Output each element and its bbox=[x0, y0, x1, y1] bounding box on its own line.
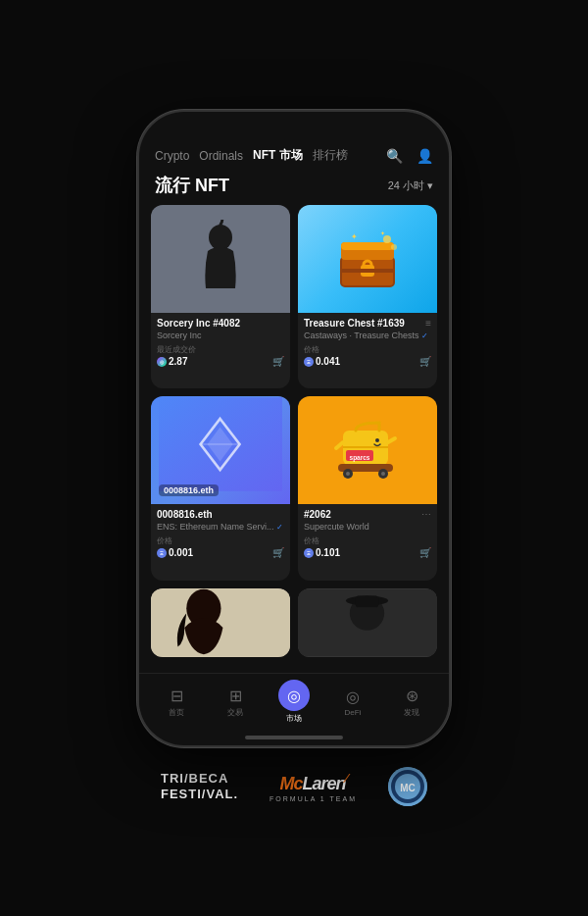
nft-collection-2: Castaways · Treasure Chests ✓ bbox=[304, 331, 431, 340]
screen-content: Crypto Ordinals NFT 市场 排行榜 🔍 👤 流行 NFT 24… bbox=[139, 112, 449, 745]
nft-image-2: ✦ ✦ bbox=[298, 205, 437, 313]
page-header: 流行 NFT 24 小时 ▾ bbox=[139, 170, 449, 205]
price-label-1: 最近成交价 bbox=[157, 344, 284, 355]
price-value-3: 0.001 bbox=[169, 547, 193, 558]
nft-collection-4: Supercute World bbox=[304, 522, 431, 532]
bottom-nav: ⊟ 首页 ⊞ 交易 ◎ 市场 ◎ DeFi ⊛ 发现 bbox=[139, 673, 449, 732]
nft-info-2: Treasure Chest #1639 ≡ Castaways · Treas… bbox=[298, 313, 437, 388]
verified-badge-3: ✓ bbox=[276, 523, 283, 532]
svg-point-0 bbox=[209, 225, 232, 250]
svg-point-25 bbox=[346, 472, 350, 476]
nav-exchange-label: 交易 bbox=[227, 707, 243, 718]
sponsor-mancity: MC bbox=[388, 767, 427, 806]
nav-discover-label: 发现 bbox=[404, 707, 419, 718]
nft-image-5 bbox=[151, 588, 290, 657]
svg-text:✦: ✦ bbox=[351, 232, 358, 241]
page-title: 流行 NFT bbox=[155, 174, 229, 197]
price-label-2: 价格 bbox=[304, 344, 431, 355]
verified-badge-2: ✓ bbox=[421, 331, 428, 340]
nav-item-nft-market[interactable]: NFT 市场 bbox=[253, 147, 303, 164]
time-filter[interactable]: 24 小时 ▾ bbox=[388, 178, 433, 193]
home-indicator bbox=[245, 736, 343, 739]
nft-image-6 bbox=[298, 588, 437, 657]
nav-item-ranking[interactable]: 排行榜 bbox=[313, 147, 348, 164]
cart-icon-1[interactable]: 🛒 bbox=[272, 356, 284, 367]
exchange-icon: ⊞ bbox=[229, 687, 242, 705]
mclaren-sub-label: FORMULA 1 TEAM bbox=[270, 795, 357, 802]
nav-item-crypto[interactable]: Crypto bbox=[155, 149, 189, 163]
nft-info-4: #2062 ⋯ Supercute World 价格 Ξ 0.101 🛒 bbox=[298, 504, 437, 580]
svg-text:✦: ✦ bbox=[380, 230, 385, 236]
price-label-3: 价格 bbox=[157, 535, 284, 546]
eth-icon-2: Ξ bbox=[304, 357, 314, 367]
nav-discover[interactable]: ⊛ 发现 bbox=[382, 687, 441, 718]
nft-card-1[interactable]: Sorcery Inc #4082 Sorcery Inc 最近成交价 ◎ 2.… bbox=[151, 205, 290, 388]
price-label-4: 价格 bbox=[304, 535, 431, 546]
nft-collection-3: ENS: Ethereum Name Servi... ✓ bbox=[157, 522, 284, 532]
nav-market[interactable]: ◎ 市场 bbox=[265, 680, 323, 724]
price-value-2: 0.041 bbox=[316, 356, 340, 367]
nft-collection-1: Sorcery Inc bbox=[157, 331, 284, 340]
nft-image-1 bbox=[151, 205, 290, 313]
nft-menu-4[interactable]: ⋯ bbox=[421, 509, 431, 520]
cart-icon-3[interactable]: 🛒 bbox=[272, 547, 284, 558]
svg-rect-1 bbox=[217, 247, 224, 253]
nav-exchange[interactable]: ⊞ 交易 bbox=[206, 687, 265, 718]
home-icon: ⊟ bbox=[171, 687, 183, 705]
nav-bar: Crypto Ordinals NFT 市场 排行榜 🔍 👤 bbox=[139, 112, 449, 170]
nav-home[interactable]: ⊟ 首页 bbox=[147, 687, 206, 718]
sponsor-tribeca: TRI/BECA FESTI/VAL. bbox=[161, 771, 238, 801]
phone-screen: Crypto Ordinals NFT 市场 排行榜 🔍 👤 流行 NFT 24… bbox=[139, 112, 449, 745]
svg-rect-34 bbox=[356, 595, 379, 607]
nft-name-2: Treasure Chest #1639 bbox=[304, 318, 405, 330]
svg-line-28 bbox=[388, 438, 395, 442]
discover-icon: ⊛ bbox=[406, 687, 418, 705]
ens-overlay-label: 0008816.eth bbox=[159, 484, 219, 496]
nft-name-4: #2062 bbox=[304, 509, 331, 521]
nft-name-3: 0008816.eth bbox=[157, 509, 213, 521]
nav-defi[interactable]: ◎ DeFi bbox=[323, 687, 382, 717]
svg-point-26 bbox=[381, 472, 385, 476]
svg-rect-29 bbox=[151, 588, 290, 656]
market-circle-icon: ◎ bbox=[278, 680, 310, 711]
nav-market-label: 市场 bbox=[286, 713, 302, 724]
nft-card-4[interactable]: sparcs bbox=[298, 396, 437, 580]
svg-line-27 bbox=[336, 442, 343, 448]
nav-home-label: 首页 bbox=[169, 707, 184, 718]
svg-point-10 bbox=[391, 244, 397, 250]
svg-text:sparcs: sparcs bbox=[350, 454, 370, 462]
svg-rect-5 bbox=[341, 242, 394, 250]
eth-icon-4: Ξ bbox=[304, 548, 314, 558]
nft-card-5[interactable] bbox=[151, 588, 290, 657]
nft-info-3: 0008816.eth ENS: Ethereum Name Servi... … bbox=[151, 504, 290, 580]
user-icon[interactable]: 👤 bbox=[416, 148, 433, 164]
nft-card-2[interactable]: ✦ ✦ Treasure Chest #1639 ≡ Castaways · T… bbox=[298, 205, 437, 388]
cart-icon-2[interactable]: 🛒 bbox=[419, 356, 431, 367]
sol-icon-1: ◎ bbox=[157, 357, 167, 367]
svg-rect-8 bbox=[341, 269, 394, 273]
price-value-1: 2.87 bbox=[169, 356, 187, 367]
mclaren-logo: McLaren⁄ bbox=[280, 772, 347, 794]
eth-icon-3: Ξ bbox=[157, 548, 167, 558]
nav-item-ordinals[interactable]: Ordinals bbox=[199, 149, 243, 163]
cart-icon-4[interactable]: 🛒 bbox=[419, 547, 431, 558]
sponsor-mclaren: McLaren⁄ FORMULA 1 TEAM bbox=[270, 772, 357, 802]
price-value-4: 0.101 bbox=[316, 547, 340, 558]
svg-point-21 bbox=[375, 438, 379, 442]
nft-image-4: sparcs bbox=[298, 396, 437, 504]
defi-icon: ◎ bbox=[346, 687, 360, 706]
nft-name-1: Sorcery Inc #4082 bbox=[157, 318, 240, 330]
nft-card-6[interactable] bbox=[298, 588, 437, 657]
svg-text:MC: MC bbox=[400, 783, 416, 793]
nav-defi-label: DeFi bbox=[345, 708, 362, 717]
nft-info-1: Sorcery Inc #4082 Sorcery Inc 最近成交价 ◎ 2.… bbox=[151, 313, 290, 388]
nft-menu-2[interactable]: ≡ bbox=[425, 318, 431, 329]
phone-wrapper: Crypto Ordinals NFT 市场 排行榜 🔍 👤 流行 NFT 24… bbox=[137, 110, 451, 747]
nft-image-3: 0008816.eth bbox=[151, 396, 290, 504]
svg-point-9 bbox=[383, 235, 391, 243]
nft-card-3[interactable]: 0008816.eth 0008816.eth ENS: Ethereum Na… bbox=[151, 396, 290, 580]
search-icon[interactable]: 🔍 bbox=[386, 148, 403, 164]
sponsors-bar: TRI/BECA FESTI/VAL. McLaren⁄ FORMULA 1 T… bbox=[161, 767, 427, 806]
nft-grid: Sorcery Inc #4082 Sorcery Inc 最近成交价 ◎ 2.… bbox=[139, 205, 449, 673]
